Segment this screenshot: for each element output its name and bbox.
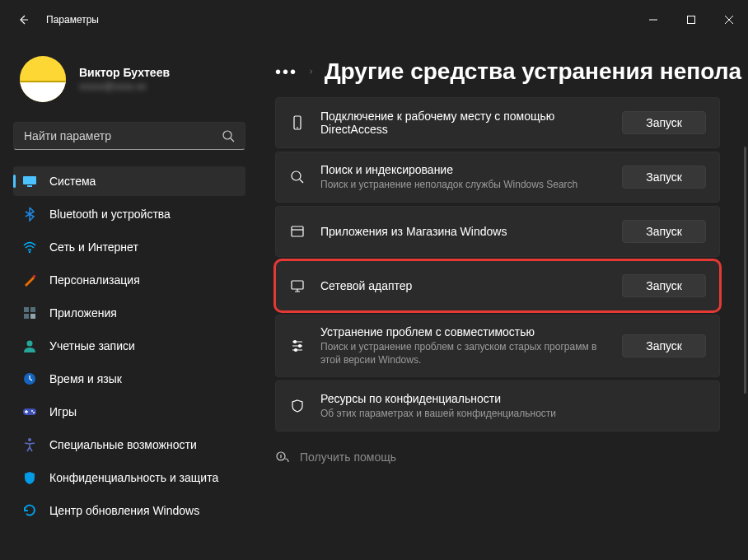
svg-point-20 bbox=[294, 341, 297, 343]
arrow-left-icon bbox=[16, 13, 30, 26]
search-icon bbox=[289, 169, 306, 185]
svg-rect-8 bbox=[24, 314, 29, 319]
minimize-icon bbox=[649, 16, 657, 24]
card-title: Поиск и индексирование bbox=[320, 163, 612, 176]
maximize-button[interactable] bbox=[672, 7, 710, 33]
sidebar-item-personalization[interactable]: Персонализация bbox=[13, 265, 245, 295]
system-icon bbox=[21, 173, 38, 189]
sidebar-item-time[interactable]: Время и язык bbox=[13, 364, 245, 394]
troubleshooter-store: Приложения из Магазина WindowsЗапуск bbox=[275, 206, 720, 257]
card-title: Сетевой адаптер bbox=[320, 279, 612, 292]
sidebar-item-label: Центр обновления Windows bbox=[49, 504, 199, 517]
card-title: Устранение проблем с совместимостью bbox=[320, 325, 612, 338]
svg-point-13 bbox=[31, 410, 33, 412]
sidebar-item-label: Время и язык bbox=[49, 372, 122, 385]
profile-email: xxxxx@xxxx.xx bbox=[79, 81, 170, 92]
apps-icon bbox=[21, 305, 38, 321]
sidebar-item-label: Персонализация bbox=[49, 273, 140, 287]
sidebar-item-label: Конфиденциальность и защита bbox=[49, 471, 218, 484]
svg-rect-19 bbox=[292, 281, 303, 289]
sidebar-item-label: Система bbox=[49, 175, 96, 188]
accessibility-icon bbox=[21, 436, 38, 453]
sidebar-item-network[interactable]: Сеть и Интернет bbox=[13, 232, 245, 262]
troubleshooter-search: Поиск и индексированиеПоиск и устранение… bbox=[275, 152, 720, 203]
breadcrumb-ellipsis[interactable]: ••• bbox=[275, 63, 297, 82]
svg-rect-3 bbox=[27, 185, 32, 187]
run-button[interactable]: Запуск bbox=[622, 334, 706, 357]
troubleshooter-privacy-res[interactable]: Ресурсы по конфиденциальностиОб этих пар… bbox=[275, 380, 720, 432]
card-title: Ресурсы по конфиденциальности bbox=[320, 392, 696, 405]
main-panel: ••• Другие средства устранения непола По… bbox=[255, 40, 748, 560]
troubleshooter-compat: Устранение проблем с совместимостьюПоиск… bbox=[275, 315, 720, 377]
privacy-icon bbox=[21, 469, 38, 486]
nav: СистемаBluetooth и устройстваСеть и Инте… bbox=[13, 166, 245, 525]
update-icon bbox=[21, 502, 38, 519]
window-icon bbox=[289, 223, 306, 240]
svg-point-15 bbox=[28, 438, 31, 441]
run-button[interactable]: Запуск bbox=[622, 111, 706, 134]
svg-point-14 bbox=[33, 412, 35, 413]
window-title: Параметры bbox=[46, 14, 99, 26]
avatar bbox=[20, 56, 66, 102]
sidebar-item-system[interactable]: Система bbox=[13, 166, 245, 196]
card-subtitle: Поиск и устранение неполадок службы Wind… bbox=[320, 178, 612, 191]
sidebar-item-label: Приложения bbox=[49, 306, 117, 320]
sidebar-item-apps[interactable]: Приложения bbox=[13, 298, 245, 328]
help-icon bbox=[275, 450, 290, 464]
help-label: Получить помощь bbox=[300, 450, 396, 464]
sidebar: Виктор Бухтеев xxxxx@xxxx.xx СистемаBlue… bbox=[0, 40, 255, 560]
profile[interactable]: Виктор Бухтеев xxxxx@xxxx.xx bbox=[13, 40, 245, 122]
svg-rect-9 bbox=[30, 314, 35, 319]
svg-point-22 bbox=[295, 349, 297, 352]
run-button[interactable]: Запуск bbox=[622, 274, 706, 297]
gaming-icon bbox=[21, 404, 38, 420]
search-box[interactable] bbox=[13, 122, 245, 150]
svg-point-17 bbox=[292, 171, 301, 180]
sliders-icon bbox=[289, 338, 306, 354]
back-button[interactable] bbox=[7, 3, 40, 36]
svg-point-4 bbox=[29, 251, 30, 253]
sidebar-item-update[interactable]: Центр обновления Windows bbox=[13, 496, 245, 525]
card-subtitle: Об этих параметрах и вашей конфиденциаль… bbox=[320, 407, 696, 420]
troubleshooter-netadapter: Сетевой адаптерЗапуск bbox=[275, 260, 720, 311]
close-button[interactable] bbox=[710, 7, 748, 33]
page-title: Другие средства устранения непола bbox=[325, 58, 741, 85]
breadcrumb: ••• Другие средства устранения непола bbox=[275, 40, 741, 92]
close-icon bbox=[725, 16, 733, 24]
troubleshooter-list: Подключение к рабочему месту с помощью D… bbox=[275, 97, 741, 432]
run-button[interactable]: Запуск bbox=[622, 166, 706, 189]
svg-rect-18 bbox=[292, 226, 303, 236]
titlebar: Параметры bbox=[0, 0, 748, 40]
svg-rect-2 bbox=[23, 176, 36, 184]
svg-rect-6 bbox=[24, 307, 29, 312]
bluetooth-icon bbox=[21, 206, 38, 222]
svg-point-21 bbox=[299, 345, 302, 348]
profile-name: Виктор Бухтеев bbox=[79, 66, 170, 79]
card-subtitle: Поиск и устранение проблем с запуском ст… bbox=[320, 340, 612, 366]
sidebar-item-accounts[interactable]: Учетные записи bbox=[13, 331, 245, 361]
sidebar-item-accessibility[interactable]: Специальные возможности bbox=[13, 430, 245, 460]
sidebar-item-privacy[interactable]: Конфиденциальность и защита bbox=[13, 463, 245, 492]
svg-rect-0 bbox=[688, 16, 695, 24]
sidebar-item-label: Специальные возможности bbox=[49, 438, 197, 451]
help-link[interactable]: Получить помощь bbox=[275, 450, 741, 464]
scrollbar[interactable] bbox=[744, 147, 746, 394]
shield-icon bbox=[289, 398, 306, 414]
troubleshooter-directaccess: Подключение к рабочему месту с помощью D… bbox=[275, 97, 720, 148]
sidebar-item-bluetooth[interactable]: Bluetooth и устройства bbox=[13, 199, 245, 229]
search-icon bbox=[222, 129, 235, 142]
run-button[interactable]: Запуск bbox=[622, 220, 706, 243]
maximize-icon bbox=[687, 16, 695, 24]
chevron-right-icon bbox=[309, 66, 313, 77]
phone-icon bbox=[289, 114, 306, 131]
network-icon bbox=[21, 239, 38, 255]
minimize-button[interactable] bbox=[634, 7, 672, 33]
search-input[interactable] bbox=[24, 129, 222, 142]
personalization-icon bbox=[21, 272, 38, 288]
sidebar-item-label: Сеть и Интернет bbox=[49, 240, 138, 254]
window-controls bbox=[634, 7, 748, 33]
time-icon bbox=[21, 371, 38, 387]
sidebar-item-gaming[interactable]: Игры bbox=[13, 397, 245, 427]
svg-point-1 bbox=[223, 131, 231, 139]
monitor-icon bbox=[289, 278, 306, 294]
